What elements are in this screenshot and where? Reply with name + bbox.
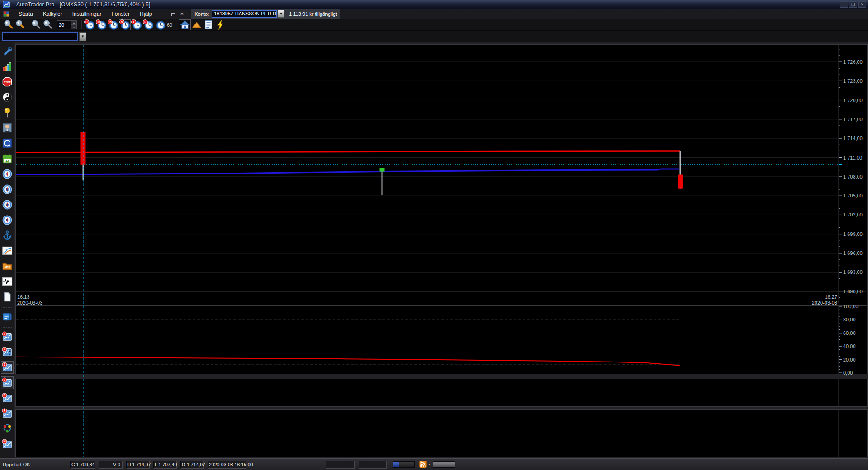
price-axis-label: 1 726,00 [843,59,868,65]
interval-down-button[interactable]: ▼ [71,25,77,29]
main-chart-panel[interactable] [15,44,868,306]
sidebar-wrench-button[interactable] [1,45,14,57]
svg-text:2: 2 [4,378,5,381]
indicator-axis-label: 100,00 [843,303,868,310]
sidebar-chart-2-button[interactable]: 2 [1,376,14,389]
sidebar-curves-button[interactable] [1,244,14,257]
timeframe-D-clock-button[interactable]: D [84,19,95,30]
price-axis-label: 1 714,00 [843,135,868,141]
rss-dropdown-button[interactable]: ▼ [428,463,431,466]
sidebar-chart-b-button[interactable]: B [1,392,14,404]
zoom-out-y-button[interactable] [42,19,54,30]
account-select[interactable]: 1813957-HANSSON PER DEPÅ [212,10,277,18]
indicator-axis-label: 20,00 [843,357,868,363]
price-axis-label: 1 690,00 [843,288,868,295]
svg-text:1: 1 [4,363,5,366]
sidebar-chart-m-button[interactable]: M [1,438,14,451]
sidebar-blank-page-button[interactable] [1,291,14,303]
sidebar-calendar-button[interactable]: 12 [1,152,14,165]
sidebar-adx-button[interactable]: ADX [1,260,14,273]
account-panel: Konto: 1813957-HANSSON PER DEPÅ ▼ 1 113,… [191,9,340,19]
sidebar-waveform-button[interactable] [1,275,14,288]
toolbar-separator [28,20,28,29]
sidebar-chart2-v-button[interactable]: V [1,346,14,358]
symbol-search-input[interactable] [2,32,78,41]
symbol-dropdown-button[interactable]: ▼ [79,32,86,41]
timeframe-R-clock-button[interactable]: R [142,19,154,30]
sidebar-chart-v-button[interactable]: V [1,330,14,343]
zoom-in-x-button[interactable] [3,19,14,30]
rss-icon[interactable] [419,461,427,468]
sidebar-bar-chart-button[interactable] [1,60,14,73]
timeframe-15-clock-button[interactable]: 15 [107,19,119,30]
sidebar-separator [3,307,12,308]
sidebar-yin-yang-button[interactable] [1,91,14,103]
sidebar-pin-button[interactable] [1,106,14,119]
window-maximize-button[interactable]: ❒ [849,1,857,8]
status-volume: V 0 [99,461,123,469]
app-logo-icon [3,1,10,8]
konto-label: Konto: [194,11,209,17]
price-axis-label: 1 723,00 [843,78,868,84]
left-toolbar: STOP 12 M W D ADX V [0,42,14,458]
indicator-axis-label: 40,00 [843,343,868,349]
sidebar-chart-f-button[interactable]: F [1,407,14,420]
quick-trade-button[interactable] [214,19,226,30]
menu-kalkyler[interactable]: Kalkyler [38,9,67,19]
status-secondary-bar [433,461,455,468]
chart-area[interactable]: 16:13 2020-03-03 16:27 2020-03-03 1 726,… [14,42,868,458]
sidebar-compass-d-button[interactable]: D [1,214,14,226]
status-open: O 1 714,97 [180,461,204,469]
sidebar-avatar-button[interactable] [1,122,14,134]
sidebar-spiral-c-button[interactable] [1,137,14,150]
account-dropdown-button[interactable]: ▼ [278,10,284,18]
mdi-close-button[interactable]: ✕ [179,11,184,17]
mdi-minimize-button[interactable]: _ [162,11,168,17]
available-amount: 1 113,91 kr tillgängligt [289,11,337,17]
price-axis-label: 1 705,00 [843,193,868,199]
x-axis-right-label: 16:27 2020-03-03 [812,294,837,306]
alert-triangle-button[interactable] [191,19,203,30]
sidebar-anchor-button[interactable] [1,229,14,242]
sidebar-scroll-button[interactable] [1,310,14,323]
svg-text:D: D [85,20,88,23]
zoom-in-y-button[interactable] [30,19,42,30]
svg-text:5: 5 [121,20,123,23]
window-minimize-button[interactable]: — [840,1,848,8]
order-list-button[interactable] [203,19,214,30]
svg-text:30: 30 [97,20,100,23]
svg-text:ADX: ADX [4,266,10,269]
menu-starta[interactable]: Starta [14,9,38,19]
timeframe-60-clock-button[interactable] [154,19,166,30]
timeframe-5-clock-button[interactable]: 5 [119,19,131,30]
status-bar: Uppstart OK C 1 709,84 V 0 H 1 714,97 L … [0,458,868,470]
menu-instllningar[interactable]: Inställningar [67,9,107,19]
sidebar-compass-w-button[interactable]: W [1,198,14,211]
price-axis-label: 1 699,00 [843,231,868,237]
sidebar-compass-button[interactable] [1,168,14,180]
x-axis-left-label: 16:13 2020-03-03 [17,294,42,306]
timeframe-1-clock-button[interactable]: 1 [131,19,142,30]
toolbar-separator [81,20,82,29]
sub-panel-3[interactable] [15,409,868,457]
interval-up-button[interactable]: ▲ [71,20,77,25]
status-close: C 1 709,84 [70,461,95,469]
sidebar-compass-m-button[interactable]: M [1,183,14,196]
sub-panel-2[interactable] [15,379,868,407]
menu-fnster[interactable]: Fönster [106,9,135,19]
indicator-panel[interactable] [15,306,868,374]
price-axis-label: 1 693,00 [843,269,868,275]
sidebar-stop-button[interactable]: STOP [1,75,14,88]
home-button[interactable] [179,19,191,30]
svg-text:12: 12 [5,159,9,163]
zoom-out-x-button[interactable] [14,19,26,30]
sidebar-sync-button[interactable] [1,423,14,435]
window-close-button[interactable]: ✕ [858,1,866,8]
sidebar-chart-1-button[interactable]: 1 [1,361,14,374]
mdi-restore-button[interactable] [171,13,175,16]
indicator-axis-label: 80,00 [843,316,868,323]
timeframe-30-clock-button[interactable]: 30 [95,19,107,30]
interval-spinner[interactable]: 20 ▲ ▼ [57,20,77,29]
svg-text:R: R [144,20,146,23]
menu-hjlp[interactable]: Hjälp [135,9,157,19]
